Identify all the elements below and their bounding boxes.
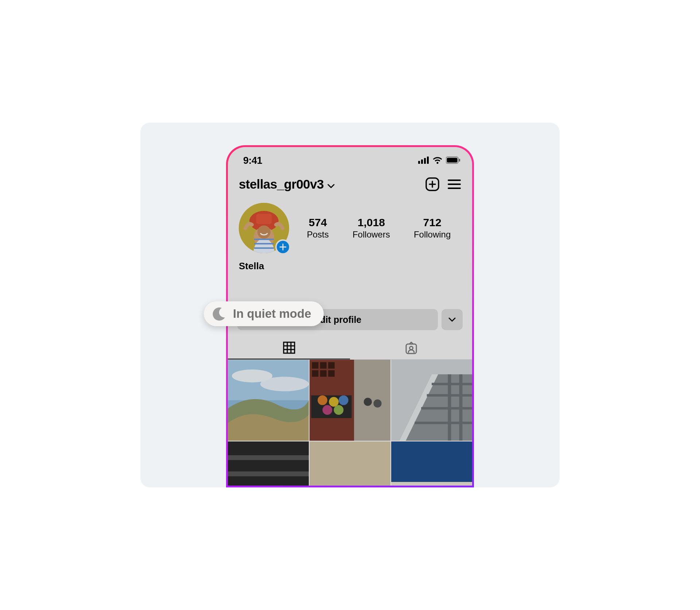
svg-rect-36 [312, 370, 319, 377]
following-label: Following [414, 229, 451, 240]
svg-point-46 [364, 398, 372, 406]
cellular-signal-icon [418, 157, 429, 165]
svg-point-43 [323, 405, 332, 415]
svg-rect-33 [312, 362, 319, 369]
svg-rect-55 [448, 374, 451, 441]
svg-rect-3 [427, 157, 429, 164]
svg-point-42 [339, 395, 349, 405]
display-name: Stella [228, 255, 472, 273]
profile-stats-row: 574 Posts 1,018 Followers 712 Following [228, 198, 472, 255]
svg-rect-56 [459, 374, 462, 441]
profile-header: stellas_gr00v3 [228, 169, 472, 198]
quiet-mode-spacer [228, 273, 472, 305]
photo-tile[interactable] [310, 441, 390, 486]
followers-label: Followers [353, 229, 390, 240]
svg-rect-35 [328, 362, 335, 369]
followers-count: 1,018 [353, 216, 390, 229]
svg-rect-0 [418, 161, 420, 164]
plus-icon [279, 243, 287, 251]
followers-stat[interactable]: 1,018 Followers [353, 216, 390, 240]
photo-tile[interactable] [310, 360, 390, 441]
plus-square-icon [425, 177, 440, 192]
svg-rect-59 [391, 441, 472, 486]
wifi-icon [432, 157, 443, 165]
profile-stats: 574 Posts 1,018 Followers 712 Following [295, 216, 463, 240]
svg-point-17 [257, 225, 271, 239]
status-bar: 9:41 [228, 147, 472, 169]
photo-tile[interactable] [228, 360, 309, 441]
chevron-down-icon [327, 177, 335, 192]
svg-rect-45 [354, 360, 390, 441]
photo-tile[interactable] [391, 441, 472, 486]
photo-grid [228, 360, 472, 486]
following-count: 712 [414, 216, 451, 229]
svg-rect-38 [328, 370, 335, 377]
add-story-button[interactable] [275, 239, 291, 255]
battery-icon [446, 157, 460, 165]
svg-rect-34 [320, 362, 327, 369]
svg-point-44 [334, 405, 344, 415]
hamburger-menu-icon [448, 179, 461, 189]
svg-rect-37 [320, 370, 327, 377]
avatar[interactable] [239, 203, 289, 253]
svg-point-30 [260, 377, 309, 391]
grid-icon [283, 341, 295, 354]
posts-stat[interactable]: 574 Posts [307, 216, 329, 240]
svg-rect-1 [421, 159, 423, 164]
svg-rect-6 [459, 159, 460, 162]
photo-tile[interactable] [228, 441, 309, 486]
discover-people-button[interactable] [442, 309, 463, 330]
screenshot-card: 9:41 [140, 123, 560, 487]
username-label: stellas_gr00v3 [239, 177, 324, 192]
svg-rect-15 [256, 214, 272, 224]
svg-rect-20 [284, 342, 295, 353]
svg-rect-57 [228, 441, 309, 486]
svg-rect-60 [391, 482, 472, 486]
posts-count: 574 [307, 216, 329, 229]
svg-rect-25 [406, 344, 416, 354]
photo-tile[interactable] [391, 360, 472, 441]
svg-point-47 [373, 399, 381, 408]
svg-point-41 [329, 397, 339, 407]
svg-point-26 [409, 347, 413, 350]
svg-rect-2 [424, 158, 426, 164]
svg-rect-5 [447, 158, 458, 162]
tagged-icon [404, 341, 418, 355]
posts-label: Posts [307, 229, 329, 240]
profile-tabs [228, 337, 472, 360]
status-time: 9:41 [243, 155, 262, 166]
create-post-button[interactable] [424, 176, 441, 193]
chevron-down-icon [448, 317, 456, 322]
following-stat[interactable]: 712 Following [414, 216, 451, 240]
svg-rect-58 [310, 441, 390, 486]
grid-tab[interactable] [228, 337, 350, 359]
status-icons [418, 157, 460, 165]
svg-point-40 [318, 395, 327, 405]
quiet-mode-badge[interactable]: In quiet mode [204, 301, 324, 326]
moon-icon [211, 306, 227, 322]
username-switcher[interactable]: stellas_gr00v3 [239, 177, 335, 192]
quiet-mode-label: In quiet mode [233, 307, 311, 321]
tagged-tab[interactable] [350, 337, 472, 359]
menu-button[interactable] [446, 176, 463, 193]
